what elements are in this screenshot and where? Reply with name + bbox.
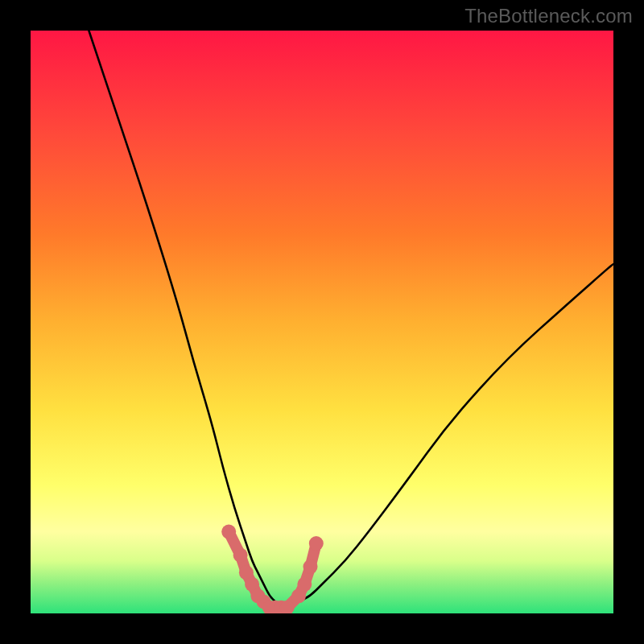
plot-area — [31, 31, 613, 613]
marker-dot — [309, 536, 324, 551]
curve-layer — [31, 31, 613, 613]
marker-dot — [221, 525, 236, 539]
watermark-text: TheBottleneck.com — [464, 5, 633, 27]
chart-frame: TheBottleneck.com — [0, 0, 644, 644]
marker-dot — [233, 548, 248, 563]
marker-dot — [297, 577, 312, 592]
bottleneck-curve — [89, 31, 613, 608]
marker-dot — [303, 559, 318, 574]
